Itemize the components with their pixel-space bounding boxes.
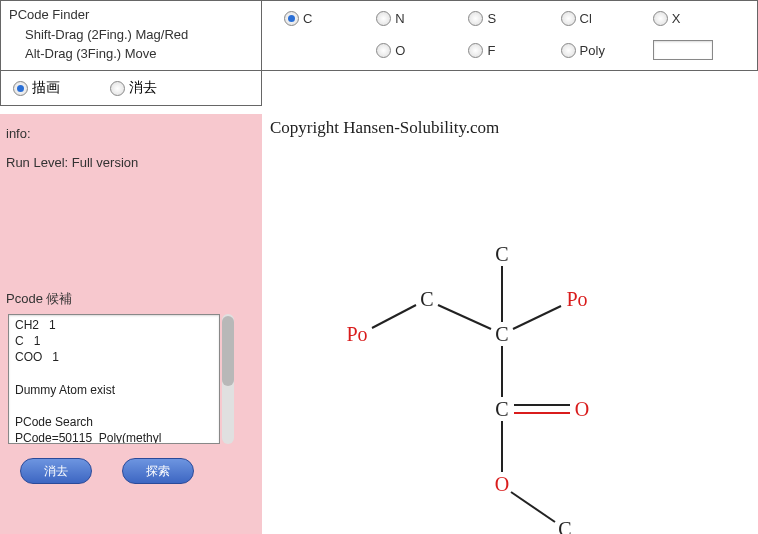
bonds-svg: [312, 214, 632, 534]
atom-label-o_dbl: O: [575, 398, 589, 421]
radio-icon: [110, 81, 125, 96]
atom-radio-poly[interactable]: Poly: [561, 43, 653, 58]
atom-label-c_left: C: [420, 288, 433, 311]
radio-icon: [13, 81, 28, 96]
radio-icon: [376, 11, 391, 26]
radio-icon: [468, 11, 483, 26]
atom-label-o_single: O: [495, 473, 509, 496]
search-button[interactable]: 探索: [122, 458, 194, 484]
run-level: Run Level: Full version: [6, 155, 250, 170]
radio-icon: [561, 43, 576, 58]
hint-alt-drag: Alt-Drag (3Fing.) Move: [9, 44, 253, 64]
molecule-canvas[interactable]: Copyright Hansen-Solubility.com CCPoPoCC…: [262, 114, 758, 534]
atom-label-c_center: C: [495, 323, 508, 346]
atom-radio-o[interactable]: O: [376, 43, 468, 58]
svg-line-3: [513, 306, 561, 329]
header-panel: PCode Finder Shift-Drag (2Fing.) Mag/Red…: [0, 0, 262, 71]
svg-line-1: [438, 305, 491, 329]
radio-icon: [653, 11, 668, 26]
svg-line-8: [511, 492, 555, 522]
atom-label-po_left: Po: [346, 323, 367, 346]
svg-line-2: [372, 305, 416, 328]
radio-icon: [468, 43, 483, 58]
info-panel: info: Run Level: Full version Pcode 候補 C…: [0, 114, 262, 534]
app-title: PCode Finder: [9, 5, 253, 25]
atom-radio-c[interactable]: C: [284, 11, 376, 26]
atom-label-c_lower: C: [495, 398, 508, 421]
clear-button[interactable]: 消去: [20, 458, 92, 484]
atom-label-c_bottom: C: [558, 518, 571, 535]
radio-icon: [376, 43, 391, 58]
scrollbar-thumb[interactable]: [222, 316, 234, 386]
atom-label-c_top: C: [495, 243, 508, 266]
radio-icon: [561, 11, 576, 26]
atom-radio-x[interactable]: X: [653, 11, 745, 26]
results-textarea[interactable]: CH2 1 C 1 COO 1 Dummy Atom exist PCode S…: [8, 314, 220, 444]
atom-radio-s[interactable]: S: [468, 11, 560, 26]
mode-selector: 描画 消去: [0, 71, 262, 106]
radio-icon: [284, 11, 299, 26]
mode-radio-erase[interactable]: 消去: [110, 79, 157, 97]
atom-radio-n[interactable]: N: [376, 11, 468, 26]
atom-label-po_right: Po: [566, 288, 587, 311]
info-label: info:: [6, 126, 250, 141]
pcode-candidates-label: Pcode 候補: [6, 290, 250, 308]
results-scrollbar[interactable]: [222, 314, 234, 444]
atom-selector-panel: C N S Cl X O F Poly: [262, 0, 758, 71]
hint-shift-drag: Shift-Drag (2Fing.) Mag/Red: [9, 25, 253, 45]
copyright-text: Copyright Hansen-Solubility.com: [270, 118, 499, 138]
custom-atom-input[interactable]: [653, 40, 713, 60]
atom-radio-f[interactable]: F: [468, 43, 560, 58]
mode-radio-draw[interactable]: 描画: [13, 79, 60, 97]
atom-radio-cl[interactable]: Cl: [561, 11, 653, 26]
